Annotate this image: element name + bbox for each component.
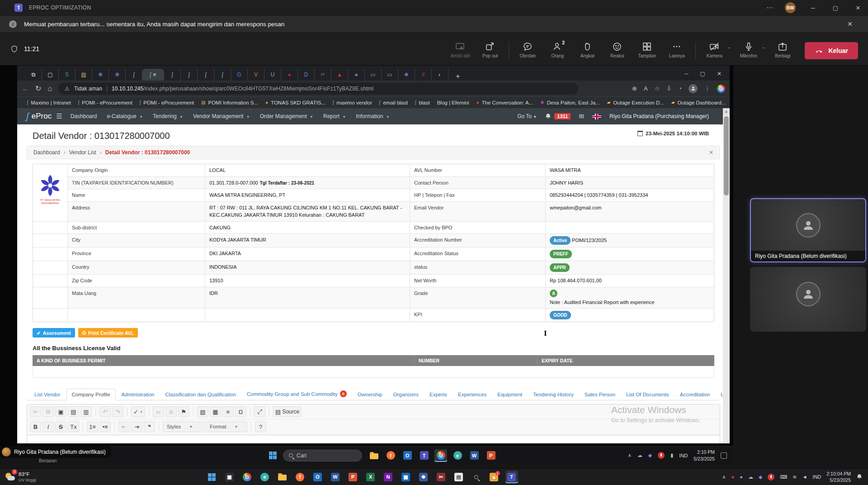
camera-chevron-icon[interactable]: ⌄ <box>727 45 731 49</box>
print-certificate-button[interactable]: ⎙ Print Certificate AVL <box>78 328 138 338</box>
breadcrumb-dashboard[interactable]: Dashboard <box>33 149 60 156</box>
notification-center-icon[interactable] <box>721 452 727 459</box>
language-flag-icon[interactable] <box>592 114 601 119</box>
scrollbar-up-icon[interactable]: ▲ <box>723 108 730 115</box>
gray-app-icon[interactable]: ● <box>740 474 743 480</box>
security-app-icon[interactable]: ▲1 <box>488 471 500 483</box>
notifications-bell-icon[interactable] <box>545 113 552 120</box>
reactions-button[interactable]: Reaksi <box>603 38 631 58</box>
people-button[interactable]: 2 Orang <box>543 38 571 58</box>
notification-bell-icon[interactable] <box>856 474 863 480</box>
nav-item-order-management[interactable]: Order Management ▼ <box>260 113 313 119</box>
notepad-icon[interactable]: ▤ <box>453 471 465 483</box>
blockquote-icon[interactable]: ❝ <box>144 421 155 432</box>
tray-chevron-icon[interactable]: ∧ <box>722 474 726 480</box>
bookmark-item[interactable]: ʃPOMI - eProcurement <box>75 99 136 106</box>
file-explorer-icon[interactable] <box>276 471 289 483</box>
image-icon[interactable]: ▧ <box>197 406 208 417</box>
take-control-button[interactable]: Ambil alih <box>446 38 474 58</box>
browser-tab[interactable]: ❋ <box>92 69 109 81</box>
clock[interactable]: 2:10:04 PM 5/23/2025 <box>826 471 851 483</box>
breadcrumb-close-icon[interactable]: ✕ <box>709 149 713 156</box>
tab-experiences[interactable]: Experiences <box>453 389 491 400</box>
goto-menu[interactable]: Go To ▼ <box>517 113 537 119</box>
assessment-button[interactable]: ✔ Assessment <box>33 328 75 338</box>
browser-close-button[interactable]: ✕ <box>717 71 722 77</box>
browser-tab[interactable]: ❋ <box>109 69 126 81</box>
new-tab-button[interactable]: + <box>453 72 462 81</box>
maximize-button[interactable]: ▢ <box>830 5 841 11</box>
volume-icon[interactable]: ◄ <box>802 474 807 480</box>
browser-tab[interactable]: ▨ <box>75 69 92 81</box>
tab-ownership[interactable]: Ownership <box>353 389 387 400</box>
browser-tab[interactable]: ʃ <box>126 69 142 81</box>
bookmark-item[interactable]: Blog | Efemini <box>434 99 473 106</box>
tab-experts[interactable]: Experts <box>425 389 452 400</box>
teams-tray-icon[interactable]: ◆ <box>759 474 762 480</box>
styles-select[interactable]: Styles▼ <box>163 421 204 432</box>
view-button[interactable]: Tampilan <box>633 38 661 58</box>
powerpoint-icon[interactable]: P <box>347 471 359 483</box>
browser-tab[interactable]: ▭ <box>365 69 382 81</box>
teams-icon[interactable]: T <box>505 471 518 483</box>
bookmark-item[interactable]: ▰Outage Dashboard... <box>668 99 729 106</box>
edge-icon[interactable]: e <box>451 449 464 462</box>
battery-icon[interactable]: ▮ <box>670 452 673 458</box>
search-icon[interactable] <box>470 471 483 483</box>
tab-classification-dan-qualification[interactable]: Classification dan Qualification <box>160 389 241 400</box>
browser-tab[interactable]: U <box>264 69 281 81</box>
browser-maximize-button[interactable]: ▢ <box>700 71 705 77</box>
raise-hand-button[interactable]: Angkat <box>573 38 601 58</box>
browser-tab[interactable]: ▢ <box>42 69 59 81</box>
bookmark-item[interactable]: ʃmaximo vendor <box>329 99 376 106</box>
tab-company-profile[interactable]: Company Profile <box>66 389 116 400</box>
browser-tab[interactable]: ʃ <box>214 69 231 81</box>
browser-tab[interactable]: ● <box>348 69 365 81</box>
mic-chevron-icon[interactable]: ⌄ <box>762 45 765 49</box>
bookmark-item[interactable]: ▰Outage Execution D... <box>604 99 668 106</box>
menu-hamburger-icon[interactable]: ☰ <box>56 112 62 120</box>
window-more-icon[interactable]: ⋯ <box>766 4 773 12</box>
start-button[interactable] <box>269 452 277 459</box>
start-button[interactable] <box>206 471 218 483</box>
outlook-icon[interactable]: O <box>401 449 414 462</box>
source-button[interactable]: ▤Source <box>273 406 302 417</box>
bookmark-item[interactable]: ʃPOMI - eProcurement <box>136 99 198 106</box>
paste-icon[interactable]: ▣ <box>55 406 66 417</box>
task-view-button[interactable]: ▦ <box>223 471 236 483</box>
browser-tab[interactable]: ▲ <box>331 69 348 81</box>
photos-icon[interactable]: ❋ <box>417 471 430 483</box>
word-icon[interactable]: W <box>329 471 342 483</box>
minimize-button[interactable]: ─ <box>807 5 818 11</box>
tab-close-icon[interactable]: ✕ <box>152 72 156 78</box>
maximize-icon[interactable]: ⤢ <box>254 406 265 417</box>
snip-icon[interactable]: ✂ <box>435 471 448 483</box>
mic-button[interactable]: Mikrofon <box>735 38 763 58</box>
account-avatar[interactable]: BW <box>785 2 796 13</box>
bookmark-item[interactable]: ʃemail blast <box>376 99 411 106</box>
firefox-icon[interactable]: f <box>294 471 307 483</box>
bookmark-item[interactable]: ●POSH <box>729 99 733 106</box>
address-bar[interactable]: ⚠ Tidak aman 10.10.10.245/index.php/peru… <box>58 83 578 95</box>
home-icon[interactable]: ⌂ <box>47 85 52 93</box>
editor-content[interactable]: service:Contractor, electrical, mechanic… <box>27 435 720 443</box>
chrome-icon[interactable] <box>241 471 254 483</box>
paste-text-icon[interactable]: ▤ <box>68 406 79 417</box>
table-icon[interactable]: ▦ <box>210 406 221 417</box>
powerpoint-icon[interactable]: P <box>485 449 497 462</box>
breadcrumb-vendor-list[interactable]: Vendor List <box>69 149 96 156</box>
share-button[interactable]: Berbagi <box>769 38 797 58</box>
camera-button[interactable]: Kamera <box>700 38 728 58</box>
hr-icon[interactable]: ≡ <box>222 406 234 417</box>
security-label[interactable]: Tidak aman <box>74 86 102 92</box>
bookmark-item[interactable]: ❋Desa Paiton, East Ja... <box>537 99 603 106</box>
tab-administration[interactable]: Administration <box>117 389 160 400</box>
outlook-icon[interactable]: O <box>311 471 324 483</box>
refresh-icon[interactable]: ↻ <box>35 84 41 93</box>
browser-minimize-button[interactable]: ─ <box>684 71 689 77</box>
edge-icon[interactable]: e <box>259 471 271 483</box>
browser-tab[interactable]: 27 <box>315 69 331 81</box>
browser-tab[interactable]: ❖ <box>398 69 415 81</box>
chrome-icon[interactable] <box>434 449 447 462</box>
about-button[interactable]: ? <box>255 421 266 432</box>
